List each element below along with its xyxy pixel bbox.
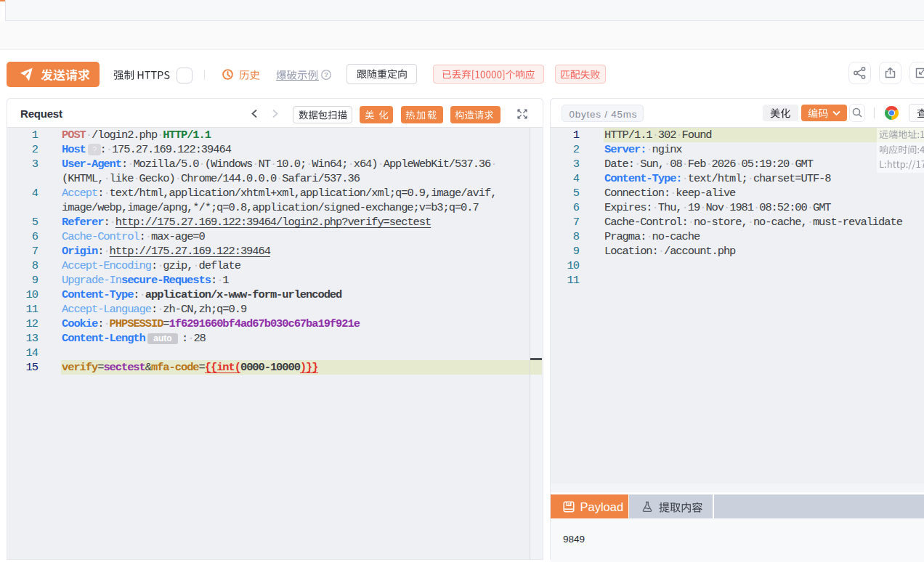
svg-text:?: ?: [324, 71, 328, 78]
